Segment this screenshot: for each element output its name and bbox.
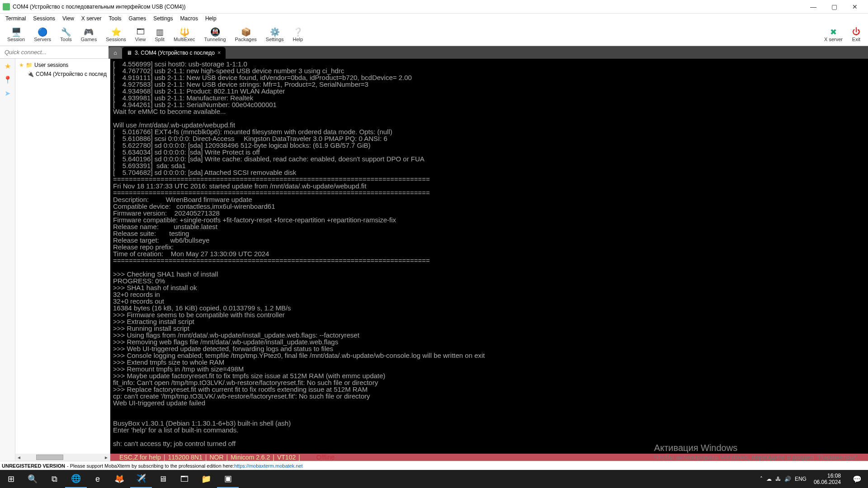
sidebar: ★ 📁 User sessions 🔌 COM4 (Устройство с п… xyxy=(15,59,110,461)
search-button[interactable]: 🔍 xyxy=(22,470,43,488)
edge-icon[interactable]: e xyxy=(87,470,108,488)
tunneling-button[interactable]: 🚇Tunneling xyxy=(200,27,231,43)
chrome-icon[interactable]: 🌐 xyxy=(65,470,87,488)
tray-lang[interactable]: ENG xyxy=(795,476,807,482)
session-tab[interactable]: 🖥 3. COM4 (Устройство с последо × xyxy=(122,47,226,59)
menu-sessions[interactable]: Sessions xyxy=(29,14,59,23)
notification-icon[interactable]: 💬 xyxy=(848,475,866,483)
system-tray: ˄ ☁ 🖧 🔊 ENG 16:08 06.06.2024 💬 xyxy=(760,473,868,485)
menu-view[interactable]: View xyxy=(59,14,78,23)
exit-button[interactable]: ⏻Exit xyxy=(847,27,865,43)
tabstrip: ⌂ 🖥 3. COM4 (Устройство с последо × xyxy=(108,46,868,59)
footer: UNREGISTERED VERSION - Please support Mo… xyxy=(0,461,868,470)
pin-icon[interactable]: 📍 xyxy=(3,75,12,84)
help-button-icon: ❔ xyxy=(293,28,302,37)
send-icon[interactable]: ➤ xyxy=(3,89,12,98)
scrollbar-thumb[interactable] xyxy=(36,455,63,460)
status-help: ESC,Z for help xyxy=(119,454,161,461)
unregistered-label: UNREGISTERED VERSION xyxy=(2,463,65,469)
star-icon: ★ xyxy=(19,62,24,68)
sessions-button[interactable]: ⭐Sessions xyxy=(101,27,131,43)
tools-button-icon: 🔧 xyxy=(61,28,71,37)
device-icon: 🔌 xyxy=(27,71,34,77)
multiexec-button[interactable]: 🔱MultiExec xyxy=(169,27,200,43)
session-button-icon: 🖥️ xyxy=(12,28,21,37)
menu-x-server[interactable]: X server xyxy=(78,14,105,23)
taskview-button[interactable]: ⧉ xyxy=(43,470,65,488)
horizontal-scrollbar[interactable]: ◄ ► xyxy=(15,454,110,461)
tree-item[interactable]: 🔌 COM4 (Устройство с послед xyxy=(17,70,108,79)
mobaxterm-icon[interactable]: ▣ xyxy=(217,470,239,488)
view-button-icon: 🗔 xyxy=(136,28,145,37)
session-button[interactable]: 🖥️Session xyxy=(3,27,29,43)
servers-button-icon: 🔵 xyxy=(38,28,47,37)
terminal-icon: 🖥 xyxy=(127,50,132,56)
app-icon xyxy=(3,3,10,10)
servers-button[interactable]: 🔵Servers xyxy=(29,27,56,43)
close-button[interactable]: ✕ xyxy=(844,0,865,14)
menu-terminal[interactable]: Terminal xyxy=(2,14,29,23)
tab-label: 3. COM4 (Устройство с последо xyxy=(135,50,215,56)
menu-macros[interactable]: Macros xyxy=(177,14,202,23)
menu-games[interactable]: Games xyxy=(125,14,150,23)
footer-link[interactable]: https://mobaxterm.mobatek.net xyxy=(234,463,303,469)
tab-close-icon[interactable]: × xyxy=(217,49,221,56)
status-state: Offline xyxy=(316,454,335,461)
xserver-button-icon: ✖ xyxy=(829,28,838,37)
cloud-icon[interactable]: ☁ xyxy=(766,476,772,482)
scroll-right-icon[interactable]: ► xyxy=(103,455,110,460)
status-baud: 115200 8N1 xyxy=(168,454,202,461)
multiexec-button-icon: 🔱 xyxy=(180,28,189,37)
start-button[interactable]: ⊞ xyxy=(0,470,22,488)
status-app: Minicom 2.6.2 xyxy=(231,454,270,461)
xserver-button[interactable]: ✖X server xyxy=(820,27,847,43)
explorer-icon[interactable]: 📁 xyxy=(195,470,217,488)
maximize-button[interactable]: ▢ xyxy=(824,0,844,14)
status-term: VT102 xyxy=(277,454,296,461)
menu-help[interactable]: Help xyxy=(202,14,220,23)
settings-button-icon: ⚙️ xyxy=(270,28,279,37)
minicom-statusbar: ESC,Z for help| 115200 8N1| NOR| Minicom… xyxy=(110,454,868,461)
help-button[interactable]: ❔Help xyxy=(288,27,308,43)
chevron-up-icon[interactable]: ˄ xyxy=(760,476,763,482)
network-icon[interactable]: 🖧 xyxy=(775,476,781,482)
footer-msg: - Please support MobaXterm by subscribin… xyxy=(67,463,234,469)
taskbar: ⊞ 🔍 ⧉ 🌐 e 🦊 ✈️ 🖥 🗔 📁 ▣ ˄ ☁ 🖧 🔊 ENG 16:08… xyxy=(0,470,868,488)
view-button[interactable]: 🗔View xyxy=(131,27,151,43)
split-button-icon: ▥ xyxy=(155,28,164,37)
minimize-button[interactable]: ― xyxy=(803,0,824,14)
tunneling-button-icon: 🚇 xyxy=(211,28,220,37)
star-icon[interactable]: ★ xyxy=(3,61,12,70)
home-icon: ⌂ xyxy=(113,50,117,56)
tree-root[interactable]: ★ 📁 User sessions xyxy=(17,61,108,70)
clock-date: 06.06.2024 xyxy=(814,479,841,485)
sessions-button-icon: ⭐ xyxy=(112,28,121,37)
telegram-icon[interactable]: ✈️ xyxy=(130,470,152,488)
tools-button[interactable]: 🔧Tools xyxy=(56,27,76,43)
quick-connect-input[interactable] xyxy=(0,47,108,58)
tree-root-label: User sessions xyxy=(34,62,68,68)
terminal-output[interactable]: [ 4.556999] scsi host0: usb-storage 1-1:… xyxy=(110,59,868,461)
app-icon-2[interactable]: 🗔 xyxy=(174,470,195,488)
quick-connect-bar: ⌂ 🖥 3. COM4 (Устройство с последо × xyxy=(0,46,868,59)
menu-tools[interactable]: Tools xyxy=(105,14,125,23)
menu-settings[interactable]: Settings xyxy=(150,14,176,23)
games-button-icon: 🎮 xyxy=(84,28,93,37)
scroll-left-icon[interactable]: ◄ xyxy=(15,455,23,460)
packages-button[interactable]: 📦Packages xyxy=(231,27,261,43)
clock-time: 16:08 xyxy=(814,473,841,479)
split-button[interactable]: ▥Split xyxy=(151,27,169,43)
menubar: TerminalSessionsViewX serverToolsGamesSe… xyxy=(0,14,868,23)
status-nor: NOR xyxy=(209,454,223,461)
clock[interactable]: 16:08 06.06.2024 xyxy=(810,473,844,485)
exit-button-icon: ⏻ xyxy=(852,28,861,37)
volume-icon[interactable]: 🔊 xyxy=(784,476,791,482)
titlebar: COM4 (Устройство с последовательным инте… xyxy=(0,0,868,14)
firefox-icon[interactable]: 🦊 xyxy=(108,470,130,488)
window-title: COM4 (Устройство с последовательным инте… xyxy=(13,4,803,10)
games-button[interactable]: 🎮Games xyxy=(76,27,101,43)
folder-icon: 📁 xyxy=(26,62,33,68)
app-icon-1[interactable]: 🖥 xyxy=(152,470,174,488)
settings-button[interactable]: ⚙️Settings xyxy=(261,27,288,43)
home-tab[interactable]: ⌂ xyxy=(108,47,122,59)
